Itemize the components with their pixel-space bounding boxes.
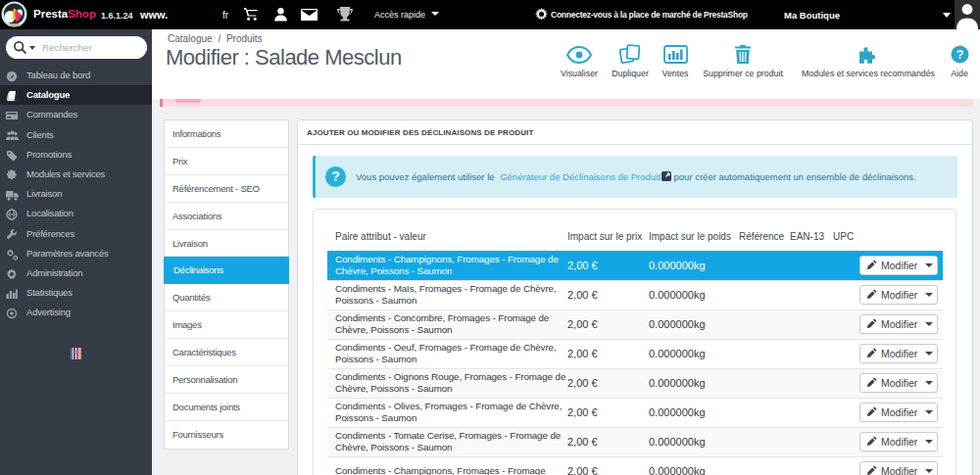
- svg-text:?: ?: [956, 48, 963, 62]
